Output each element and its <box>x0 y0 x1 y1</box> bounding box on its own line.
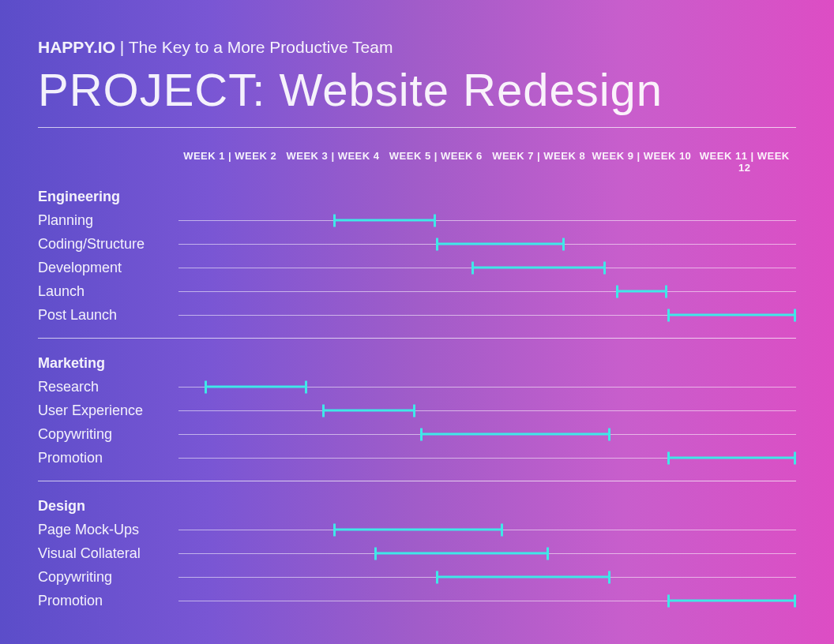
task-row: Visual Collateral <box>38 541 796 565</box>
task-track-col <box>178 446 796 470</box>
task-row: Page Mock-Ups <box>38 518 796 541</box>
task-track <box>178 422 796 446</box>
task-track <box>178 232 796 256</box>
task-track <box>178 303 796 327</box>
task-label: Launch <box>38 283 178 300</box>
task-label: Copywriting <box>38 426 178 443</box>
task-label: User Experience <box>38 402 178 419</box>
section-header-row: Engineering <box>38 185 796 208</box>
section-header-track <box>178 185 796 208</box>
gantt-bar <box>333 529 503 531</box>
week-header-track: WEEK 1 | WEEK 2 WEEK 3 | WEEK 4 WEEK 5 |… <box>178 150 796 169</box>
section-header-row: Design <box>38 494 796 518</box>
gantt-bar <box>436 243 565 245</box>
section-block: EngineeringPlanningCoding/StructureDevel… <box>38 185 796 327</box>
section-header-track <box>178 494 796 518</box>
task-track <box>178 565 796 589</box>
task-baseline <box>178 220 796 221</box>
title-divider <box>38 127 796 128</box>
task-track <box>178 518 796 541</box>
task-baseline <box>178 291 796 292</box>
task-track-col <box>178 541 796 565</box>
task-label: Coding/Structure <box>38 236 178 253</box>
week-header-cell: WEEK 7 | WEEK 8 <box>487 150 590 169</box>
task-label: Copywriting <box>38 569 178 586</box>
task-track-col <box>178 565 796 589</box>
week-header-cell: WEEK 9 | WEEK 10 <box>590 150 693 169</box>
section-header-row: Marketing <box>38 351 796 375</box>
header-subtitle: HAPPY.IO | The Key to a More Productive … <box>38 38 796 57</box>
task-track <box>178 208 796 232</box>
page-title: PROJECT: Website Redesign <box>38 63 796 116</box>
task-label: Page Mock-Ups <box>38 522 178 538</box>
task-baseline <box>178 410 796 411</box>
task-track <box>178 446 796 470</box>
gantt-bar <box>205 386 307 388</box>
task-track-col <box>178 518 796 541</box>
task-track <box>178 375 796 399</box>
task-track-col <box>178 589 796 612</box>
gantt-bar <box>667 314 796 316</box>
task-row: Copywriting <box>38 565 796 589</box>
task-row: Research <box>38 375 796 399</box>
brand-name: HAPPY.IO <box>38 38 115 56</box>
task-row: Launch <box>38 279 796 303</box>
section-title: Engineering <box>38 189 178 205</box>
week-header-row: WEEK 1 | WEEK 2 WEEK 3 | WEEK 4 WEEK 5 |… <box>38 150 796 169</box>
task-row: Coding/Structure <box>38 232 796 256</box>
task-row: User Experience <box>38 399 796 422</box>
gantt-bar <box>471 267 605 269</box>
section-block: MarketingResearchUser ExperienceCopywrit… <box>38 351 796 470</box>
task-label: Visual Collateral <box>38 545 178 562</box>
task-label: Research <box>38 379 178 395</box>
gantt-bar <box>322 410 415 412</box>
sections-container: EngineeringPlanningCoding/StructureDevel… <box>38 185 796 612</box>
task-track-col <box>178 256 796 279</box>
task-track-col <box>178 303 796 327</box>
task-track <box>178 589 796 612</box>
gantt-bar <box>333 219 436 222</box>
section-block: DesignPage Mock-UpsVisual CollateralCopy… <box>38 494 796 612</box>
section-header-track <box>178 351 796 375</box>
task-track <box>178 399 796 422</box>
task-label: Promotion <box>38 593 178 609</box>
section-divider <box>38 338 796 339</box>
task-label: Promotion <box>38 450 178 466</box>
task-track <box>178 256 796 279</box>
week-header-cell: WEEK 11 | WEEK 12 <box>693 150 796 169</box>
task-row: Promotion <box>38 446 796 470</box>
task-track <box>178 541 796 565</box>
gantt-bar <box>667 600 796 602</box>
tagline: | The Key to a More Productive Team <box>115 38 393 56</box>
week-header-cell: WEEK 1 | WEEK 2 <box>178 150 281 169</box>
gantt-bar <box>667 457 796 459</box>
week-header-spacer <box>38 150 178 169</box>
gantt-bar <box>420 433 610 436</box>
task-track-col <box>178 375 796 399</box>
task-track-col <box>178 422 796 446</box>
section-title: Design <box>38 498 178 515</box>
gantt-bar <box>436 576 611 578</box>
task-row: Development <box>38 256 796 279</box>
task-row: Copywriting <box>38 422 796 446</box>
section-title: Marketing <box>38 355 178 372</box>
task-row: Planning <box>38 208 796 232</box>
section-divider <box>38 481 796 481</box>
gantt-bar <box>616 290 667 293</box>
task-track-col <box>178 279 796 303</box>
gantt-chart: WEEK 1 | WEEK 2 WEEK 3 | WEEK 4 WEEK 5 |… <box>38 150 796 612</box>
task-track-col <box>178 399 796 422</box>
week-header-cell: WEEK 3 | WEEK 4 <box>281 150 384 169</box>
task-row: Promotion <box>38 589 796 612</box>
gantt-bar <box>374 552 550 555</box>
task-label: Development <box>38 260 178 276</box>
task-label: Post Launch <box>38 307 178 324</box>
task-track-col <box>178 232 796 256</box>
task-row: Post Launch <box>38 303 796 327</box>
task-track <box>178 279 796 303</box>
task-track-col <box>178 208 796 232</box>
task-label: Planning <box>38 212 178 229</box>
week-header-cell: WEEK 5 | WEEK 6 <box>385 150 487 169</box>
